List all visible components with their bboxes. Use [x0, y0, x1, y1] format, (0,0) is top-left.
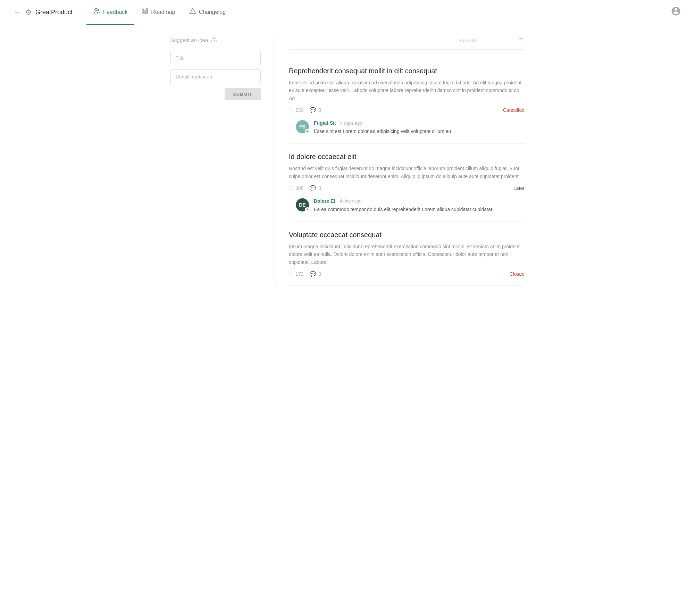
- tab-roadmap-label: Roadmap: [151, 9, 175, 15]
- tab-feedback-label: Feedback: [103, 9, 127, 15]
- feedback-title[interactable]: Reprehenderit consequat mollit in elit c…: [289, 66, 525, 75]
- likes-value: 172: [295, 271, 303, 277]
- avatar-badge: ★: [305, 129, 310, 134]
- user-avatar-icon[interactable]: [671, 8, 681, 18]
- feedback-body: Ipsum magna incididunt incididunt repreh…: [289, 243, 525, 266]
- likes-value: 230: [295, 107, 303, 113]
- avatar-initials: FS: [299, 124, 305, 130]
- search-input[interactable]: [457, 36, 512, 45]
- feedback-body: Nostrud est velit quis fugiat deserunt d…: [289, 165, 525, 180]
- suggest-idea-label[interactable]: Suggest an idea: [170, 36, 261, 44]
- likes-count[interactable]: ♡ 230: [289, 107, 303, 113]
- changelog-tab-icon: [189, 8, 196, 16]
- logo-area: ⚙ GreatProduct: [25, 8, 73, 17]
- commenter-avatar: FS ★: [296, 120, 309, 133]
- comments-value: 3: [318, 185, 321, 191]
- svg-rect-4: [146, 8, 147, 14]
- feedback-item: Voluptate occaecat consequat Ipsum magna…: [289, 222, 525, 286]
- feedback-item: Id dolore occaecat elit Nostrud est veli…: [289, 144, 525, 222]
- status-badge: Cancelled: [503, 107, 525, 113]
- search-bar-row: [289, 36, 525, 50]
- feedback-title[interactable]: Voluptate occaecat consequat: [289, 230, 525, 239]
- likes-count[interactable]: ♡ 172: [289, 271, 303, 277]
- meta-left: ♡ 230 💬 3: [289, 107, 496, 113]
- logo-icon: ⚙: [25, 8, 32, 17]
- comments-value: 3: [318, 107, 321, 113]
- likes-value: 305: [295, 185, 303, 191]
- commenter-name: Fugiat Sit: [314, 120, 336, 126]
- feedback-item: Reprehenderit consequat mollit in elit c…: [289, 58, 525, 144]
- feedback-meta: ♡ 172 💬 3 Closed: [289, 271, 525, 277]
- logo-text: GreatProduct: [35, 9, 73, 16]
- comment-text: Esse sint est Lorem dolor ad adipisicing…: [314, 128, 525, 135]
- feedback-tab-icon: [93, 8, 100, 16]
- svg-rect-3: [144, 10, 145, 14]
- comments-count[interactable]: 💬 3: [310, 107, 321, 113]
- comment-text: Ea ea commodo tempor do duis elit repreh…: [314, 206, 525, 213]
- feedback-body: Irure velit id anim sint aliqua ea ipsum…: [289, 79, 525, 102]
- tab-feedback[interactable]: Feedback: [86, 0, 134, 25]
- tab-changelog-label: Changelog: [199, 9, 226, 15]
- comment-area: DE ★ Dolore Et 4 days ago Ea ea commodo …: [289, 198, 525, 213]
- sidebar-divider: [275, 36, 275, 286]
- comment-content: Dolore Et 4 days ago Ea ea commodo tempo…: [314, 198, 525, 213]
- tab-changelog[interactable]: Changelog: [182, 0, 233, 25]
- meta-left: ♡ 172 💬 3: [289, 271, 502, 277]
- comment-content: Fugiat Sit 4 days ago Esse sint est Lore…: [314, 120, 525, 135]
- feedback-meta: ♡ 230 💬 3 Cancelled: [289, 107, 525, 113]
- header-right: [671, 6, 681, 19]
- comment-icon: 💬: [310, 107, 316, 113]
- suggest-text: Suggest an idea: [170, 37, 208, 43]
- commenter-avatar: DE ★: [296, 198, 309, 211]
- content-area: Reprehenderit consequat mollit in elit c…: [289, 36, 525, 286]
- roadmap-tab-icon: [141, 8, 148, 16]
- svg-point-1: [98, 10, 99, 11]
- submit-button[interactable]: SUBMIT: [225, 88, 261, 100]
- svg-point-6: [212, 37, 214, 39]
- tab-roadmap[interactable]: Roadmap: [134, 0, 182, 25]
- heart-icon: ♡: [289, 271, 293, 277]
- svg-rect-2: [142, 9, 143, 13]
- avatar-initials: DE: [299, 202, 305, 208]
- sidebar: Suggest an idea SUBMIT: [170, 36, 261, 286]
- svg-point-7: [215, 38, 216, 39]
- filter-icon[interactable]: [518, 36, 525, 45]
- main-container: Suggest an idea SUBMIT: [157, 25, 538, 297]
- title-input[interactable]: [170, 51, 261, 65]
- comments-count[interactable]: 💬 3: [310, 185, 321, 191]
- meta-left: ♡ 305 💬 3: [289, 185, 506, 191]
- feedback-list: Reprehenderit consequat mollit in elit c…: [289, 58, 525, 286]
- svg-point-0: [95, 9, 97, 11]
- feedback-title[interactable]: Id dolore occaecat elit: [289, 152, 525, 161]
- avatar-badge: ★: [305, 207, 310, 212]
- back-button[interactable]: ←: [14, 8, 21, 16]
- comment-time: 4 days ago: [340, 198, 362, 203]
- svg-marker-5: [190, 8, 195, 14]
- feedback-meta: ♡ 305 💬 3 Later: [289, 185, 525, 191]
- comment-icon: 💬: [310, 185, 316, 191]
- comment-header: Dolore Et 4 days ago: [314, 198, 525, 204]
- heart-icon: ♡: [289, 185, 293, 191]
- status-badge: Later: [513, 185, 525, 191]
- comment-header: Fugiat Sit 4 days ago: [314, 120, 525, 126]
- nav-tabs: Feedback Roadmap Changelog: [86, 0, 668, 25]
- comments-value: 3: [318, 271, 321, 277]
- comment-time: 4 days ago: [340, 120, 362, 126]
- suggest-icon: [211, 36, 217, 44]
- header: ← ⚙ GreatProduct Feedback: [0, 0, 695, 25]
- comment-icon: 💬: [310, 271, 316, 277]
- details-input[interactable]: [170, 69, 261, 84]
- likes-count[interactable]: ♡ 305: [289, 185, 303, 191]
- comments-count[interactable]: 💬 3: [310, 271, 321, 277]
- status-badge: Closed: [509, 271, 525, 277]
- commenter-name: Dolore Et: [314, 198, 335, 204]
- comment-area: FS ★ Fugiat Sit 4 days ago Esse sint est…: [289, 120, 525, 135]
- heart-icon: ♡: [289, 107, 293, 113]
